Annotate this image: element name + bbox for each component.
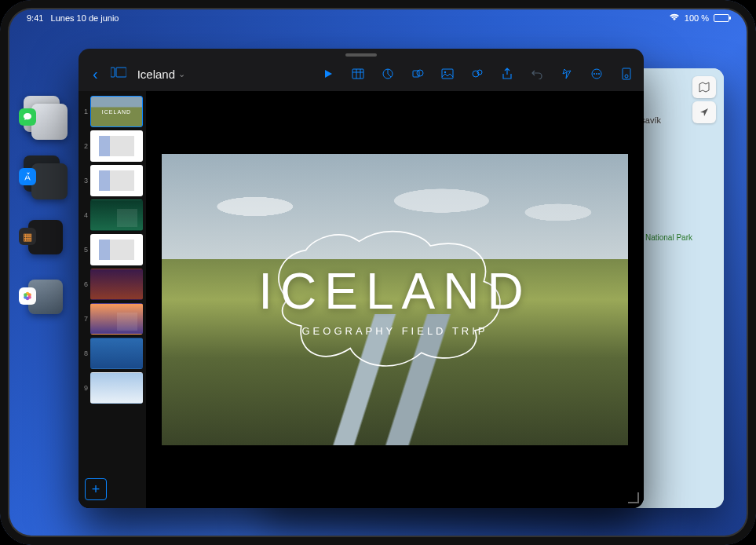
svg-point-5 [24, 293, 27, 296]
thumb-number: 4 [82, 211, 88, 219]
keynote-toolbar: ‹ Iceland ⌄ [79, 57, 644, 91]
status-time: 9:41 [27, 13, 43, 23]
maps-controls [692, 76, 716, 123]
view-mode-button[interactable] [106, 67, 131, 81]
appstore-app-icon [19, 168, 36, 185]
ipad-device: 9:41 Lunes 10 de junio 100 % [0, 0, 756, 545]
slide-thumb-3[interactable] [90, 165, 143, 196]
slide-thumb-7[interactable] [90, 303, 143, 335]
slide-thumb-5[interactable] [90, 234, 143, 265]
calculator-app-icon: ▦ [19, 228, 36, 245]
thumb-row-3[interactable]: 3 [82, 165, 143, 196]
slide-canvas[interactable]: ICELAND GEOGRAPHY FIELD TRIP [146, 91, 644, 508]
svg-point-18 [596, 73, 597, 75]
wifi-icon [669, 13, 680, 23]
svg-point-17 [593, 73, 595, 75]
svg-point-21 [625, 75, 628, 78]
svg-point-19 [598, 73, 600, 75]
chart-icon[interactable] [380, 66, 396, 82]
thumb-row-5[interactable]: 5 [82, 234, 143, 265]
svg-rect-12 [442, 69, 453, 79]
back-button[interactable]: ‹ [88, 65, 103, 83]
maps-locate-button[interactable] [692, 101, 716, 123]
shape-icon[interactable] [410, 66, 425, 82]
svg-point-11 [417, 70, 423, 76]
slide-thumb-8[interactable] [90, 338, 143, 369]
messages-app-icon [19, 108, 36, 126]
svg-rect-7 [116, 68, 126, 77]
table-icon[interactable] [350, 66, 366, 82]
keynote-window: ‹ Iceland ⌄ 12345 [79, 49, 644, 508]
thumb-row-8[interactable]: 8 [82, 338, 143, 369]
thumb-number: 5 [82, 246, 88, 254]
slide-thumb-2[interactable] [90, 130, 143, 162]
document-title[interactable]: Iceland ⌄ [134, 68, 185, 81]
thumb-number: 1 [82, 108, 88, 115]
share-icon[interactable] [499, 66, 515, 82]
undo-icon[interactable] [529, 66, 545, 82]
slide-1[interactable]: ICELAND GEOGRAPHY FIELD TRIP [162, 154, 628, 445]
stage-pile-calculator[interactable]: ▦ [24, 215, 68, 259]
thumb-row-7[interactable]: 7 [82, 303, 143, 335]
keynote-body: 123456789+ ICELAND GEOGRAPHY FIELD TRIP [79, 91, 644, 508]
add-slide-button[interactable]: + [85, 478, 107, 500]
stage-pile-photos[interactable] [24, 275, 68, 319]
battery-icon [714, 14, 729, 22]
thumb-number: 6 [82, 280, 88, 288]
stage-pile-messages[interactable] [24, 96, 68, 140]
thumb-row-1[interactable]: 1 [82, 96, 143, 127]
image-icon[interactable] [440, 66, 455, 82]
more-icon[interactable] [589, 66, 604, 82]
status-bar: 9:41 Lunes 10 de junio 100 % [9, 9, 747, 27]
status-date: Lunes 10 de junio [51, 13, 119, 23]
toolbar-icons [320, 66, 634, 82]
thumb-row-6[interactable]: 6 [82, 269, 143, 300]
slide-subtitle: GEOGRAPHY FIELD TRIP [301, 325, 488, 337]
thumb-number: 7 [82, 315, 88, 323]
stage-manager-rail: ▦ [24, 96, 68, 319]
document-title-text: Iceland [137, 68, 175, 81]
slide-title: ICELAND [258, 262, 531, 320]
thumb-row-9[interactable]: 9 [82, 372, 143, 404]
slide-thumb-1[interactable] [90, 96, 143, 127]
photos-app-icon [19, 287, 36, 305]
slide-navigator[interactable]: 123456789+ [79, 91, 146, 508]
slide-thumb-6[interactable] [90, 269, 143, 300]
battery-percent: 100 % [685, 13, 709, 23]
status-right: 100 % [669, 13, 729, 23]
status-left: 9:41 Lunes 10 de junio [27, 13, 119, 23]
stage-pile-appstore[interactable] [24, 155, 68, 199]
screen: 9:41 Lunes 10 de junio 100 % [9, 9, 747, 536]
thumb-row-4[interactable]: 4 [82, 199, 143, 231]
play-icon[interactable] [320, 66, 336, 82]
thumb-number: 3 [82, 177, 88, 185]
comment-icon[interactable] [469, 66, 485, 82]
svg-rect-8 [352, 69, 363, 79]
thumb-number: 2 [82, 142, 88, 150]
thumb-number: 9 [82, 384, 88, 392]
thumb-row-2[interactable]: 2 [82, 130, 143, 162]
document-options-icon[interactable] [619, 66, 634, 82]
svg-point-13 [444, 71, 446, 73]
slide-thumb-9[interactable] [90, 372, 143, 404]
slide-thumb-4[interactable] [90, 199, 143, 231]
maps-mode-button[interactable] [692, 76, 716, 98]
thumb-number: 8 [82, 349, 88, 357]
animate-icon[interactable] [559, 66, 575, 82]
resize-handle-icon[interactable] [628, 492, 639, 503]
svg-rect-6 [111, 68, 115, 77]
chevron-down-icon: ⌄ [178, 69, 185, 79]
